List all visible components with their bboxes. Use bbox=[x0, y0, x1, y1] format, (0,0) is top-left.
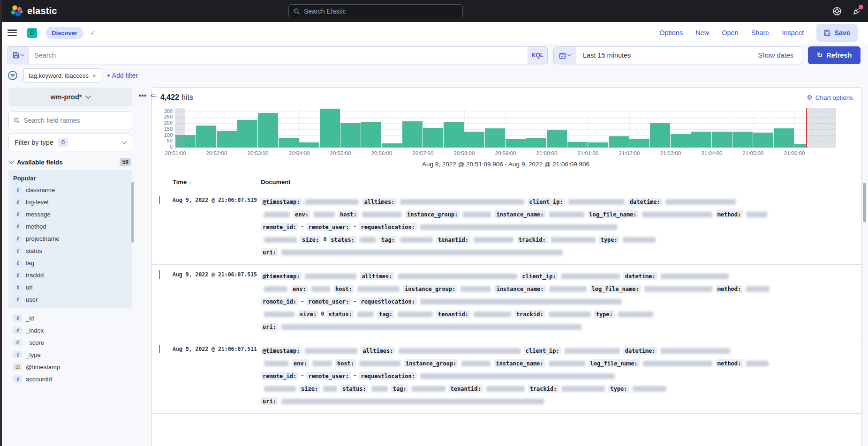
show-dates-link[interactable]: Show dates bbox=[758, 52, 795, 59]
expand-row-icon[interactable] bbox=[159, 345, 160, 353]
field-item-tag[interactable]: ttag bbox=[12, 257, 128, 269]
doc-field-chip[interactable]: client_ip: bbox=[524, 347, 561, 355]
inspect-link[interactable]: Inspect bbox=[782, 29, 804, 37]
doc-field-chip[interactable]: remote_id: bbox=[261, 297, 298, 305]
doc-field-chip[interactable]: client_ip: bbox=[528, 198, 565, 206]
chart-bar[interactable] bbox=[196, 126, 216, 148]
doc-field-chip[interactable]: instance_name: bbox=[494, 359, 545, 367]
chart-bar[interactable] bbox=[299, 142, 319, 148]
doc-field-chip[interactable]: status: bbox=[326, 310, 354, 318]
doc-field-chip[interactable]: @timestamp: bbox=[261, 272, 302, 280]
time-column-header[interactable]: Time ↓ bbox=[173, 178, 261, 186]
doc-field-chip[interactable]: tag: bbox=[377, 310, 394, 318]
chart-options-button[interactable]: ⚙ Chart options bbox=[807, 94, 853, 101]
doc-field-chip[interactable]: host: bbox=[333, 285, 354, 293]
chart-bar[interactable] bbox=[526, 138, 546, 148]
field-item-uri[interactable]: turi bbox=[12, 281, 128, 293]
chart-bar[interactable] bbox=[712, 132, 732, 148]
doc-field-chip[interactable]: @timestamp: bbox=[261, 347, 302, 355]
doc-field-chip[interactable]: log_file_name: bbox=[588, 210, 639, 218]
doc-field-chip[interactable]: client_ip: bbox=[521, 272, 558, 280]
chart-bar[interactable] bbox=[464, 132, 484, 148]
doc-field-chip[interactable]: size: bbox=[299, 385, 320, 393]
menu-icon[interactable] bbox=[8, 30, 17, 36]
share-link[interactable]: Share bbox=[751, 29, 770, 37]
field-item-user[interactable]: tuser bbox=[12, 293, 128, 305]
doc-field-chip[interactable]: type: bbox=[608, 385, 629, 393]
index-pattern-switcher[interactable]: wm-prod* bbox=[8, 88, 132, 106]
open-link[interactable]: Open bbox=[722, 29, 738, 37]
field-item-log-level[interactable]: tlog-level bbox=[12, 196, 128, 208]
query-language-button[interactable]: KQL bbox=[528, 47, 547, 64]
filter-by-type[interactable]: Filter by type 0 bbox=[8, 134, 132, 151]
doc-field-chip[interactable]: env: bbox=[292, 359, 309, 367]
new-link[interactable]: New bbox=[695, 29, 709, 37]
chart-bar[interactable] bbox=[402, 121, 423, 148]
chart-bar[interactable] bbox=[423, 128, 443, 148]
table-row[interactable]: Aug 9, 2022 @ 21:06:07.515 @timestamp:al… bbox=[152, 265, 861, 339]
main-scrollbar[interactable] bbox=[863, 183, 866, 222]
doc-field-chip[interactable]: instance_name: bbox=[494, 210, 545, 218]
doc-field-chip[interactable]: remote_id: bbox=[261, 223, 298, 231]
options-link[interactable]: Options bbox=[659, 29, 683, 37]
time-range-display[interactable]: Last 15 minutes Show dates bbox=[576, 47, 802, 64]
sidebar-scrollbar[interactable] bbox=[131, 182, 134, 243]
doc-field-chip[interactable]: datetime: bbox=[623, 272, 657, 280]
table-row[interactable]: Aug 9, 2022 @ 21:06:07.519 @timestamp:al… bbox=[152, 190, 861, 265]
field-item-_type[interactable]: t_type bbox=[12, 349, 128, 361]
doc-field-chip[interactable]: requestlocation: bbox=[359, 372, 417, 380]
chart-bar[interactable] bbox=[567, 142, 588, 148]
doc-field-chip[interactable]: remote_user: bbox=[306, 372, 351, 380]
chart-bar[interactable] bbox=[629, 139, 649, 148]
doc-field-chip[interactable]: remote_id: bbox=[261, 372, 298, 380]
doc-field-chip[interactable]: tenantid: bbox=[449, 385, 483, 393]
chart-bar[interactable] bbox=[609, 136, 629, 148]
doc-field-chip[interactable]: env: bbox=[291, 285, 308, 293]
chart-bar[interactable] bbox=[506, 139, 526, 148]
doc-field-chip[interactable]: log_file_name: bbox=[589, 359, 640, 367]
chart-bars[interactable] bbox=[175, 108, 836, 148]
doc-field-chip[interactable]: alltimes: bbox=[360, 272, 394, 280]
breadcrumb[interactable]: Discover bbox=[45, 27, 83, 39]
doc-field-chip[interactable]: requestlocation: bbox=[359, 223, 417, 231]
expand-row-icon[interactable] bbox=[159, 270, 160, 279]
field-item-accountid[interactable]: taccountid bbox=[12, 373, 128, 385]
chart-bar[interactable] bbox=[361, 122, 381, 148]
doc-field-chip[interactable]: host: bbox=[335, 359, 356, 367]
chart-bar[interactable] bbox=[691, 132, 711, 148]
doc-field-chip[interactable]: trackid: bbox=[517, 236, 548, 244]
chart-bar[interactable] bbox=[753, 133, 773, 148]
doc-field-chip[interactable]: trackid: bbox=[514, 310, 545, 318]
doc-field-chip[interactable]: datetime: bbox=[623, 347, 657, 355]
saved-query-menu-button[interactable] bbox=[8, 47, 29, 64]
doc-field-chip[interactable]: size: bbox=[298, 310, 318, 318]
doc-field-chip[interactable]: remote_user: bbox=[306, 223, 351, 231]
field-item-message[interactable]: tmessage bbox=[12, 208, 128, 220]
field-item-trackid[interactable]: ttrackid bbox=[12, 269, 128, 281]
filter-pill[interactable]: tag.keyword: lbaccess × bbox=[23, 68, 101, 82]
doc-field-chip[interactable]: uri: bbox=[261, 248, 278, 256]
field-search[interactable] bbox=[8, 112, 132, 129]
chart-bar[interactable] bbox=[794, 144, 807, 148]
field-item-_id[interactable]: t_id bbox=[12, 312, 128, 324]
chart-bar[interactable] bbox=[340, 123, 361, 148]
date-picker-menu-button[interactable] bbox=[554, 47, 576, 64]
doc-field-chip[interactable]: method: bbox=[716, 210, 743, 218]
add-filter-link[interactable]: + Add filter bbox=[107, 72, 138, 79]
doc-field-chip[interactable]: method: bbox=[716, 359, 743, 367]
doc-field-chip[interactable]: method: bbox=[716, 285, 743, 293]
save-button[interactable]: Save bbox=[816, 24, 858, 42]
doc-field-chip[interactable]: requestlocation: bbox=[359, 297, 417, 305]
field-item-@timestamp[interactable]: ⊞@timestamp bbox=[12, 361, 128, 373]
chart-bar[interactable] bbox=[547, 130, 567, 148]
doc-field-chip[interactable]: uri: bbox=[261, 397, 278, 405]
chart-bar[interactable] bbox=[588, 142, 608, 148]
chart-bar[interactable] bbox=[382, 143, 402, 148]
doc-field-chip[interactable]: alltimes: bbox=[361, 347, 395, 355]
field-item-_score[interactable]: #_score bbox=[12, 336, 128, 349]
table-row[interactable]: Aug 9, 2022 @ 21:06:07.511 @timestamp:al… bbox=[152, 339, 861, 414]
doc-field-chip[interactable]: host: bbox=[338, 210, 359, 218]
chart-bar[interactable] bbox=[650, 123, 670, 148]
chart-bar[interactable] bbox=[237, 120, 257, 148]
histogram-chart[interactable]: 050100150200250300 20:51:0020:52:0020:53… bbox=[159, 107, 854, 170]
